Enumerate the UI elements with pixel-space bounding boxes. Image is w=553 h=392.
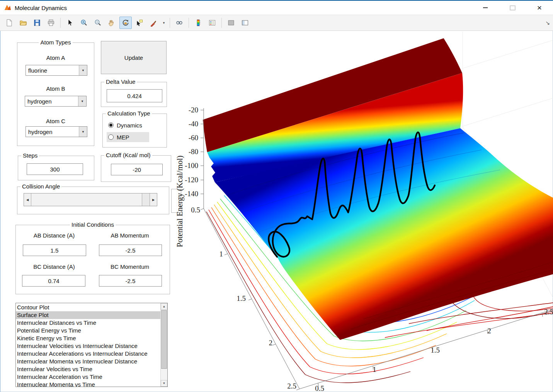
- list-item[interactable]: Internuclear Momenta vs Internuclear Dis…: [16, 358, 160, 365]
- radio-selected-icon[interactable]: [108, 122, 114, 128]
- open-folder-icon: [19, 19, 27, 27]
- edit-pointer-button[interactable]: [64, 17, 76, 29]
- slider-thumb[interactable]: [31, 193, 142, 206]
- list-item-selected[interactable]: Surface Plot: [16, 311, 160, 319]
- brush-data-button[interactable]: [147, 17, 160, 29]
- z-tick: -120: [185, 176, 198, 184]
- show-plot-tools-icon: [241, 19, 249, 27]
- zoom-out-button[interactable]: [92, 17, 104, 29]
- slider-right-arrow-icon[interactable]: ▶: [150, 193, 157, 206]
- insert-colorbar-button[interactable]: [192, 17, 204, 29]
- list-item[interactable]: Potential Energy vs Time: [16, 327, 160, 334]
- list-item[interactable]: Internuclear Velocities vs Internuclear …: [16, 342, 160, 350]
- close-button[interactable]: ×: [526, 1, 553, 15]
- open-file-button[interactable]: [17, 17, 29, 29]
- cutoff-field[interactable]: -20: [111, 164, 163, 175]
- toolbar-separator: [60, 18, 61, 28]
- dock-figure-icon[interactable]: ↘: [545, 20, 550, 26]
- delta-value-field[interactable]: 0.424: [107, 89, 162, 102]
- atom-b-dropdown[interactable]: hydrogen ▼: [25, 96, 87, 107]
- mep-radio-label: MEP: [117, 134, 129, 141]
- scroll-up-arrow-icon[interactable]: ▲: [161, 303, 167, 310]
- radio-unselected-icon[interactable]: [108, 134, 114, 140]
- minimize-icon: [483, 7, 488, 8]
- bc-momentum-field[interactable]: -2.5: [99, 275, 162, 287]
- collision-angle-slider[interactable]: ◀ ▶: [24, 193, 157, 206]
- bc-distance-field[interactable]: 0.74: [22, 275, 85, 287]
- slider-left-arrow-icon[interactable]: ◀: [24, 193, 31, 206]
- chevron-down-icon[interactable]: ▼: [78, 96, 86, 106]
- window-title: Molecular Dynamics: [15, 5, 67, 11]
- z-tick: -80: [189, 148, 198, 156]
- collision-angle-title: Collision Angle: [20, 183, 61, 190]
- list-item[interactable]: Kinetic Energy vs Time: [16, 334, 160, 342]
- dynamics-radio-row[interactable]: Dynamics: [108, 120, 142, 130]
- slider-track[interactable]: [142, 193, 150, 206]
- print-figure-button[interactable]: [45, 17, 57, 29]
- surface-plot-canvas[interactable]: -20 -40 -60 -80 -100 -120 -140 0.5 1 1.5…: [176, 32, 553, 392]
- list-item[interactable]: Internulear Velocities vs Time: [16, 365, 160, 373]
- rotate-3d-icon: [122, 19, 129, 27]
- surface-plot-axes[interactable]: -20 -40 -60 -80 -100 -120 -140 0.5 1 1.5…: [176, 32, 553, 392]
- scroll-down-arrow-icon[interactable]: ▼: [161, 380, 167, 387]
- ab-distance-label: AB Distance (A): [16, 232, 92, 239]
- insert-legend-button[interactable]: [206, 17, 218, 29]
- z-tick: -100: [185, 161, 198, 170]
- legend-icon: [208, 19, 216, 27]
- atom-b-value: hydrogen: [25, 96, 78, 106]
- list-item[interactable]: Internuclear Momenta vs Time: [16, 381, 160, 387]
- chevron-down-icon[interactable]: ▼: [79, 127, 87, 137]
- steps-title: Steps: [21, 152, 39, 159]
- ab-momentum-field[interactable]: -2.5: [99, 244, 162, 256]
- ab-distance-field[interactable]: 1.5: [23, 244, 86, 256]
- plot-type-listbox[interactable]: Contour Plot Surface Plot Internuclear D…: [15, 303, 168, 387]
- maximize-button[interactable]: [499, 1, 526, 15]
- listbox-scrollbar[interactable]: ▲ ▼: [160, 303, 167, 387]
- brush-dropdown-caret[interactable]: ▾: [161, 17, 167, 29]
- steps-field[interactable]: 300: [27, 163, 83, 175]
- bc-distance-label: BC Distance (A): [16, 263, 92, 270]
- atom-types-title: Atom Types: [39, 39, 73, 46]
- bc-momentum-label: BC Momentum: [92, 263, 168, 270]
- atom-a-dropdown[interactable]: fluorine ▼: [26, 65, 87, 76]
- z-tick: -40: [189, 120, 198, 128]
- link-plot-button[interactable]: [173, 17, 185, 29]
- rotate-3d-button[interactable]: [119, 17, 132, 29]
- list-item[interactable]: Contour Plot: [16, 304, 160, 311]
- title-bar: Molecular Dynamics ×: [0, 1, 553, 15]
- right-axis-tick: 2.5: [544, 308, 553, 316]
- zoom-in-button[interactable]: [78, 17, 90, 29]
- toolbar-separator: [221, 18, 222, 28]
- steps-panel: Steps 300: [18, 156, 94, 180]
- atom-c-dropdown[interactable]: hydrogen ▼: [26, 126, 87, 137]
- list-item[interactable]: Internuclear Acceleration vs Time: [16, 373, 160, 381]
- new-figure-button[interactable]: [3, 17, 15, 29]
- pointer-arrow-icon: [66, 19, 74, 27]
- save-figure-button[interactable]: [31, 17, 43, 29]
- hide-plot-tools-button[interactable]: [225, 17, 237, 29]
- pan-button[interactable]: [105, 17, 118, 29]
- data-cursor-button[interactable]: [133, 17, 146, 29]
- brush-icon: [150, 19, 157, 27]
- close-icon: ×: [537, 1, 542, 15]
- toolbar-separator: [170, 18, 170, 28]
- scrollbar-thumb[interactable]: [161, 310, 167, 369]
- zoom-in-icon: [80, 19, 88, 27]
- cutoff-title: Cutoff (Kcal/ mol): [104, 152, 152, 158]
- show-plot-tools-button[interactable]: [239, 17, 251, 29]
- molecular-dynamics-window: Molecular Dynamics ×: [0, 0, 553, 392]
- mep-radio-row[interactable]: MEP: [108, 132, 129, 142]
- list-item[interactable]: Internuclear Distances vs Time: [16, 319, 160, 327]
- dynamics-radio-label: Dynamics: [117, 122, 142, 129]
- update-button[interactable]: Update: [101, 41, 167, 74]
- atom-c-label: Atom C: [17, 118, 94, 124]
- left-axis-tick: 2: [269, 339, 273, 347]
- chevron-down-icon[interactable]: ▼: [79, 65, 87, 75]
- calculation-type-panel: Calculation Type Dynamics MEP: [102, 114, 167, 148]
- list-item[interactable]: Internuclear Accelerations vs Internucle…: [16, 350, 160, 358]
- hide-plot-tools-icon: [227, 19, 235, 27]
- z-tick: -20: [189, 106, 198, 114]
- figure-toolbar: ▾ ↘: [0, 15, 553, 31]
- left-axis-tick: 0.5: [191, 206, 200, 214]
- minimize-button[interactable]: [472, 1, 499, 15]
